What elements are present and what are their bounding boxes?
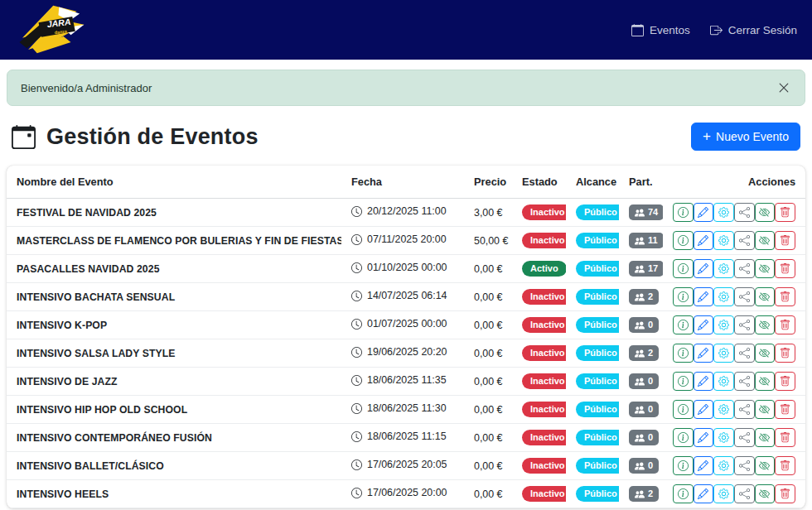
view-button[interactable] bbox=[755, 287, 776, 306]
share-button[interactable] bbox=[734, 344, 755, 363]
nav-link-label: Cerrar Sesión bbox=[728, 24, 797, 36]
nav-link-eventos[interactable]: Eventos bbox=[631, 24, 690, 36]
settings-button[interactable] bbox=[713, 344, 734, 363]
view-button[interactable] bbox=[755, 456, 776, 475]
edit-button[interactable] bbox=[694, 456, 714, 475]
clock-icon bbox=[351, 459, 362, 470]
share-icon bbox=[739, 432, 750, 443]
info-button[interactable] bbox=[673, 259, 694, 278]
edit-button[interactable] bbox=[694, 428, 714, 447]
edit-button[interactable] bbox=[694, 203, 714, 222]
share-button[interactable] bbox=[734, 259, 755, 278]
people-icon bbox=[635, 433, 645, 443]
edit-button[interactable] bbox=[694, 400, 714, 419]
settings-button[interactable] bbox=[713, 203, 734, 222]
edit-button[interactable] bbox=[694, 259, 714, 278]
edit-button[interactable] bbox=[694, 484, 714, 503]
header-precio: Precio bbox=[464, 166, 512, 199]
scope-badge: Público bbox=[576, 345, 619, 361]
participants-count: 2 bbox=[648, 488, 653, 499]
new-event-button[interactable]: + Nuevo Evento bbox=[691, 123, 800, 151]
view-button[interactable] bbox=[755, 315, 776, 334]
info-button[interactable] bbox=[673, 231, 694, 250]
share-button[interactable] bbox=[734, 484, 755, 503]
share-button[interactable] bbox=[734, 400, 755, 419]
gear-icon bbox=[718, 263, 729, 274]
settings-button[interactable] bbox=[713, 484, 734, 503]
view-button[interactable] bbox=[755, 484, 776, 503]
event-scope-cell: Público bbox=[566, 283, 619, 311]
share-button[interactable] bbox=[734, 456, 755, 475]
view-button[interactable] bbox=[755, 231, 776, 250]
settings-button[interactable] bbox=[713, 287, 734, 306]
settings-button[interactable] bbox=[713, 315, 734, 334]
trash-icon bbox=[780, 207, 790, 218]
share-button[interactable] bbox=[734, 428, 755, 447]
participants-badge: 0 bbox=[629, 402, 659, 417]
view-button[interactable] bbox=[755, 428, 776, 447]
info-button[interactable] bbox=[673, 287, 694, 306]
view-button[interactable] bbox=[755, 372, 776, 391]
nav-link-cerrar-sesion[interactable]: Cerrar Sesión bbox=[710, 24, 797, 36]
delete-button[interactable] bbox=[775, 259, 795, 278]
edit-button[interactable] bbox=[694, 287, 714, 306]
settings-button[interactable] bbox=[713, 456, 734, 475]
view-button[interactable] bbox=[755, 203, 776, 222]
delete-button[interactable] bbox=[775, 428, 795, 447]
info-button[interactable] bbox=[673, 400, 694, 419]
share-button[interactable] bbox=[734, 231, 755, 250]
table-row: INTENSIVO K-POP01/07/2025 00:000,00 €Ina… bbox=[7, 311, 805, 339]
share-icon bbox=[739, 263, 750, 274]
alert-close-button[interactable] bbox=[776, 80, 791, 95]
gear-icon bbox=[718, 432, 729, 443]
settings-button[interactable] bbox=[713, 428, 734, 447]
edit-button[interactable] bbox=[694, 372, 714, 391]
delete-button[interactable] bbox=[775, 315, 795, 334]
delete-button[interactable] bbox=[775, 372, 795, 391]
participants-badge: 74 bbox=[629, 204, 663, 220]
settings-button[interactable] bbox=[713, 372, 734, 391]
status-badge: Inactivo bbox=[522, 345, 566, 361]
event-participants-cell: 0 bbox=[619, 311, 663, 339]
eye-icon bbox=[759, 263, 770, 274]
view-button[interactable] bbox=[755, 259, 776, 278]
delete-button[interactable] bbox=[775, 287, 795, 306]
settings-button[interactable] bbox=[713, 231, 734, 250]
settings-button[interactable] bbox=[713, 400, 734, 419]
event-status-cell: Inactivo bbox=[512, 339, 566, 368]
settings-button[interactable] bbox=[713, 259, 734, 278]
edit-button[interactable] bbox=[694, 315, 714, 334]
delete-button[interactable] bbox=[775, 231, 795, 250]
info-button[interactable] bbox=[673, 428, 694, 447]
view-button[interactable] bbox=[755, 400, 776, 419]
app-logo[interactable]: JARA danza bbox=[15, 4, 94, 55]
eye-icon bbox=[759, 291, 770, 302]
info-button[interactable] bbox=[673, 203, 694, 222]
event-status-cell: Inactivo bbox=[512, 396, 566, 424]
event-date: 18/06/2025 11:35 bbox=[367, 374, 447, 386]
gear-icon bbox=[718, 404, 729, 415]
delete-button[interactable] bbox=[775, 203, 795, 222]
eye-icon bbox=[759, 404, 770, 415]
participants-badge: 0 bbox=[629, 317, 659, 333]
delete-button[interactable] bbox=[775, 344, 795, 363]
share-button[interactable] bbox=[734, 203, 755, 222]
delete-button[interactable] bbox=[775, 456, 795, 475]
share-button[interactable] bbox=[734, 372, 755, 391]
clock-icon bbox=[351, 375, 362, 386]
delete-button[interactable] bbox=[775, 484, 795, 503]
info-button[interactable] bbox=[673, 456, 694, 475]
info-button[interactable] bbox=[673, 484, 694, 503]
alert-message: Bienvenido/a Administrador bbox=[21, 82, 152, 94]
share-button[interactable] bbox=[734, 287, 755, 306]
delete-button[interactable] bbox=[775, 400, 795, 419]
share-button[interactable] bbox=[734, 315, 755, 334]
edit-button[interactable] bbox=[694, 231, 714, 250]
status-badge: Inactivo bbox=[522, 430, 566, 445]
edit-button[interactable] bbox=[694, 344, 714, 363]
view-button[interactable] bbox=[755, 344, 776, 363]
info-button[interactable] bbox=[673, 315, 694, 334]
info-button[interactable] bbox=[673, 344, 694, 363]
event-date-cell: 17/06/2025 20:00 bbox=[341, 480, 464, 508]
info-button[interactable] bbox=[673, 372, 694, 391]
